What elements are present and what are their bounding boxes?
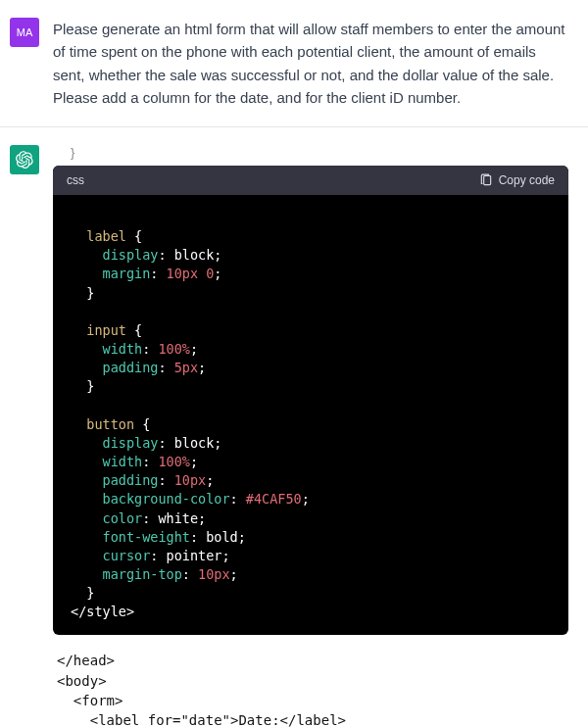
plain-html-code: </head> <body> <form> <label for="date">… (57, 651, 568, 727)
code-content-css: label { display: block; margin: 10px 0; … (53, 195, 568, 635)
avatar: MA (10, 18, 39, 47)
copy-code-label: Copy code (499, 173, 555, 187)
code-lang-label: css (67, 173, 84, 187)
user-message: MA Please generate an html form that wil… (0, 0, 588, 127)
clipboard-icon (479, 173, 493, 187)
openai-icon (16, 151, 33, 169)
assistant-message: } css Copy code label { display: block; … (0, 127, 588, 727)
truncated-code-top: } (53, 145, 568, 160)
svg-rect-0 (483, 175, 490, 184)
code-block-css: css Copy code label { display: block; ma… (53, 166, 568, 635)
code-header: css Copy code (53, 166, 568, 195)
user-prompt: Please generate an html form that will a… (53, 18, 568, 109)
copy-code-button[interactable]: Copy code (479, 173, 555, 187)
assistant-avatar (10, 145, 39, 174)
